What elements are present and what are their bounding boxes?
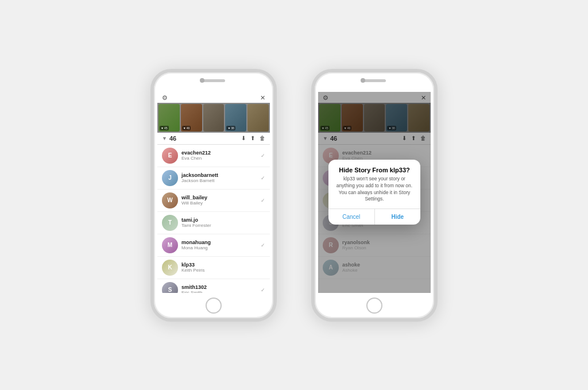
viewer-count-left: 46: [169, 135, 176, 142]
contact-info-smith1302-left: smith1302 Eric Smith: [181, 284, 257, 293]
check-evachen212-left: ✓: [261, 153, 265, 159]
contact-info-klp33-left: klp33 Keith Peiris: [181, 262, 265, 273]
camera-dot-right: [361, 78, 365, 83]
username-klp33-left: klp33: [181, 262, 265, 268]
download-icon-left[interactable]: ⬇: [241, 135, 246, 141]
contact-willbailey-left[interactable]: W will_bailey Will Bailey ✓: [157, 190, 270, 212]
username-monahuang-left: monahuang: [181, 240, 257, 245]
contact-monahuang-left[interactable]: M monahuang Mona Huang ✓: [157, 234, 270, 257]
toolbar-left: ▼ 46 ⬇ ⬆ 🗑: [157, 133, 270, 145]
scene: ⚙ ✕ ▼45 ▼46: [150, 69, 438, 322]
check-monahuang-left: ✓: [261, 242, 265, 248]
check-smith1302-left: ✓: [261, 287, 265, 293]
hide-button[interactable]: Hide: [375, 209, 421, 225]
hide-story-modal: Hide Story From klp33? klp33 won't see y…: [328, 160, 420, 225]
username-smith1302-left: smith1302: [181, 284, 257, 290]
story-thumb-4[interactable]: ▼38: [225, 104, 246, 132]
cancel-button[interactable]: Cancel: [328, 209, 375, 225]
avatar-willbailey-left: W: [162, 192, 178, 208]
toolbar-icons-left: ⬇ ⬆ 🗑: [241, 135, 265, 141]
avatar-monahuang-left: M: [162, 237, 178, 253]
screen-right: ⚙ ✕ ▼45 ▼46: [318, 92, 431, 293]
gear-icon-left[interactable]: ⚙: [162, 94, 168, 102]
phone-right: ⚙ ✕ ▼45 ▼46: [311, 69, 438, 322]
avatar-smith1302-left: S: [162, 282, 178, 293]
modal-body: klp33 won't see your story or anything y…: [328, 176, 420, 209]
username-jacksonbarnett-left: jacksonbarnett: [181, 172, 257, 178]
contact-smith1302-left[interactable]: S smith1302 Eric Smith ✓: [157, 279, 270, 293]
screen-header-left: ⚙ ✕: [157, 92, 270, 103]
story-count-1: ▼45: [160, 126, 169, 130]
avatar-jacksonbarnett-left: J: [162, 170, 178, 186]
avatar-klp33-left: K: [162, 260, 178, 276]
story-thumb-5[interactable]: [247, 104, 269, 132]
story-count-4: ▼38: [226, 126, 235, 130]
avatar-evachen212-left: E: [162, 148, 178, 164]
name-willbailey-left: Will Bailey: [181, 200, 257, 206]
contact-info-tamijo-left: tami.jo Tami Forrester: [181, 217, 265, 228]
username-evachen212-left: evachen212: [181, 150, 257, 156]
screen-left: ⚙ ✕ ▼45 ▼46: [157, 92, 270, 293]
story-strip-left: ▼45 ▼46 ▼38: [157, 103, 270, 133]
name-smith1302-left: Eric Smith: [181, 290, 257, 293]
username-tamijo-left: tami.jo: [181, 217, 265, 223]
contact-info-jacksonbarnett-left: jacksonbarnett Jackson Barnett: [181, 172, 257, 183]
contacts-list-left: E evachen212 Eva Chen ✓ J jacksonbarnett…: [157, 145, 270, 293]
contact-info-evachen212-left: evachen212 Eva Chen: [181, 150, 257, 161]
share-icon-left[interactable]: ⬆: [250, 135, 255, 141]
modal-buttons: Cancel Hide: [328, 209, 420, 225]
story-thumb-3[interactable]: [203, 104, 225, 132]
username-willbailey-left: will_bailey: [181, 195, 257, 200]
modal-overlay: Hide Story From klp33? klp33 won't see y…: [318, 92, 431, 293]
name-evachen212-left: Eva Chen: [181, 156, 257, 161]
contact-evachen212-left[interactable]: E evachen212 Eva Chen ✓: [157, 145, 270, 167]
delete-icon-left[interactable]: 🗑: [260, 135, 265, 141]
contact-tamijo-left[interactable]: T tami.jo Tami Forrester: [157, 212, 270, 234]
home-button-left[interactable]: [206, 298, 222, 314]
avatar-tamijo-left: T: [162, 215, 178, 231]
check-willbailey-left: ✓: [261, 198, 265, 203]
contact-klp33-left[interactable]: K klp33 Keith Peiris: [157, 257, 270, 279]
name-tamijo-left: Tami Forrester: [181, 223, 265, 228]
toolbar-left-section: ▼ 46: [162, 135, 176, 142]
story-thumb-2[interactable]: ▼46: [181, 104, 202, 132]
story-thumb-1[interactable]: ▼45: [158, 104, 180, 132]
name-monahuang-left: Mona Huang: [181, 245, 257, 250]
modal-title: Hide Story From klp33?: [328, 160, 420, 176]
contact-info-willbailey-left: will_bailey Will Bailey: [181, 195, 257, 206]
phone-left: ⚙ ✕ ▼45 ▼46: [150, 69, 277, 322]
name-jacksonbarnett-left: Jackson Barnett: [181, 178, 257, 183]
camera-dot-left: [200, 78, 204, 83]
close-icon-left[interactable]: ✕: [260, 94, 265, 102]
check-jacksonbarnett-left: ✓: [261, 175, 265, 181]
name-klp33-left: Keith Peiris: [181, 268, 265, 273]
story-count-2: ▼46: [182, 126, 191, 130]
contact-info-monahuang-left: monahuang Mona Huang: [181, 240, 257, 250]
contact-jacksonbarnett-left[interactable]: J jacksonbarnett Jackson Barnett ✓: [157, 167, 270, 190]
home-button-right[interactable]: [366, 298, 382, 314]
